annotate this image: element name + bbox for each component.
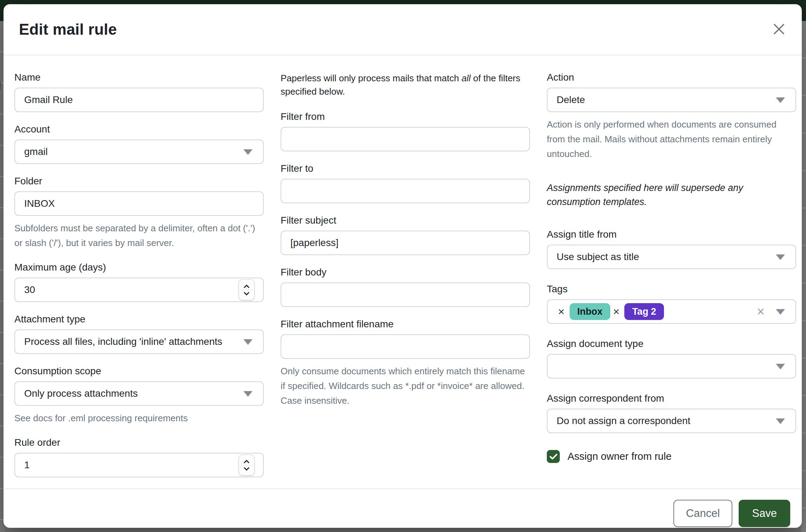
account-select[interactable]: gmail [14, 139, 264, 164]
action-select[interactable]: Delete [547, 88, 796, 112]
max-age-field-group: Maximum age (days) [14, 261, 264, 302]
folder-help-text: Subfolders must be separated by a delimi… [14, 221, 264, 250]
assign-title-from-select[interactable]: Use subject as title [547, 245, 796, 269]
modal-header: Edit mail rule [4, 4, 802, 55]
edit-mail-rule-modal: Edit mail rule Name Account gmail [4, 4, 802, 528]
chevron-down-icon [243, 391, 253, 397]
filter-attachment-filename-field-group: Filter attachment filename Only consume … [281, 318, 530, 408]
stepper-down-icon [243, 292, 250, 295]
assign-correspondent-from-select-value: Do not assign a correspondent [557, 415, 690, 427]
assign-correspondent-from-select[interactable]: Do not assign a correspondent [547, 409, 796, 433]
close-button[interactable] [772, 22, 786, 36]
stepper-up-icon [243, 460, 250, 464]
assign-document-type-field-group: Assign document type [547, 338, 796, 378]
name-label: Name [14, 71, 264, 83]
assignments-note-text: Assignments specified here will supersed… [547, 181, 796, 209]
assign-document-type-label: Assign document type [547, 338, 796, 350]
close-icon [772, 22, 786, 36]
save-button[interactable]: Save [739, 500, 790, 527]
chevron-down-icon [776, 418, 785, 424]
rule-order-stepper[interactable] [239, 455, 255, 476]
clear-tags-icon[interactable]: × [757, 305, 765, 318]
filter-to-label: Filter to [281, 163, 530, 175]
background-page-right-edge [801, 21, 806, 532]
filter-body-input[interactable] [281, 282, 530, 307]
action-select-value: Delete [557, 94, 585, 105]
max-age-stepper[interactable] [239, 279, 255, 300]
tags-field-group: Tags × Inbox × Tag 2 × [547, 283, 796, 324]
modal-body: Name Account gmail Folder Subfolders mus… [4, 55, 802, 489]
assign-correspondent-from-label: Assign correspondent from [547, 393, 796, 404]
filter-from-field-group: Filter from [281, 111, 530, 151]
action-label: Action [547, 71, 796, 83]
assign-correspondent-from-field-group: Assign correspondent from Do not assign … [547, 393, 796, 433]
action-field-group: Action Delete Action is only performed w… [547, 71, 796, 161]
filter-body-label: Filter body [281, 266, 530, 278]
rule-order-field-group: Rule order [14, 437, 264, 477]
filters-intro-text: Paperless will only process mails that m… [281, 71, 530, 98]
chevron-down-icon [776, 364, 785, 369]
cancel-button[interactable]: Cancel [673, 500, 733, 527]
action-help-text: Action is only performed when documents … [547, 117, 796, 161]
assign-owner-label: Assign owner from rule [567, 451, 672, 462]
modal-title: Edit mail rule [19, 21, 117, 38]
folder-field-group: Folder Subfolders must be separated by a… [14, 175, 264, 250]
max-age-input[interactable] [14, 278, 264, 302]
assign-title-from-select-value: Use subject as title [557, 251, 639, 262]
intro-italic-word: all [462, 73, 471, 83]
account-label: Account [14, 123, 264, 135]
tag-badge-inbox[interactable]: Inbox [570, 303, 610, 320]
column-actions: Action Delete Action is only performed w… [547, 71, 796, 489]
filter-attachment-filename-input[interactable] [281, 334, 530, 359]
attachment-type-field-group: Attachment type Process all files, inclu… [14, 313, 264, 354]
attachment-type-select[interactable]: Process all files, including 'inline' at… [14, 329, 264, 354]
consumption-scope-help-text: See docs for .eml processing requirement… [14, 411, 264, 425]
remove-tag-icon[interactable]: × [613, 306, 620, 317]
background-clipped-text: d [0, 80, 1, 92]
account-field-group: Account gmail [14, 123, 264, 164]
consumption-scope-label: Consumption scope [14, 365, 264, 377]
folder-label: Folder [14, 175, 264, 187]
chevron-down-icon [776, 309, 785, 315]
rule-order-label: Rule order [14, 437, 264, 449]
attachment-type-select-value: Process all files, including 'inline' at… [24, 336, 222, 347]
filter-to-input[interactable] [281, 179, 530, 203]
assign-document-type-select[interactable] [547, 354, 796, 378]
rule-order-input[interactable] [14, 453, 264, 477]
assign-owner-checkbox[interactable] [547, 450, 560, 463]
column-filters: Paperless will only process mails that m… [281, 71, 530, 489]
remove-tag-icon[interactable]: × [558, 306, 565, 317]
tag-badge-tag2[interactable]: Tag 2 [624, 303, 664, 320]
consumption-scope-select-value: Only process attachments [24, 388, 138, 399]
name-input[interactable] [14, 88, 264, 112]
chevron-down-icon [776, 254, 785, 260]
tags-label: Tags [547, 283, 796, 295]
checkmark-icon [550, 453, 557, 460]
consumption-scope-select[interactable]: Only process attachments [14, 381, 264, 406]
assign-title-from-label: Assign title from [547, 229, 796, 240]
filter-body-field-group: Filter body [281, 266, 530, 307]
filter-from-input[interactable] [281, 127, 530, 151]
assign-owner-checkbox-row[interactable]: Assign owner from rule [547, 450, 796, 463]
name-field-group: Name [14, 71, 264, 112]
filter-to-field-group: Filter to [281, 163, 530, 203]
assign-title-from-field-group: Assign title from Use subject as title [547, 229, 796, 269]
stepper-up-icon [243, 285, 250, 288]
chevron-down-icon [243, 149, 253, 155]
consumption-scope-field-group: Consumption scope Only process attachmen… [14, 365, 264, 425]
filter-subject-input[interactable] [281, 231, 530, 255]
attachment-type-label: Attachment type [14, 313, 264, 325]
stepper-down-icon [243, 467, 250, 471]
filter-from-label: Filter from [281, 111, 530, 123]
filter-subject-field-group: Filter subject [281, 214, 530, 255]
tags-multiselect[interactable]: × Inbox × Tag 2 × [547, 299, 796, 324]
account-select-value: gmail [24, 146, 48, 157]
max-age-label: Maximum age (days) [14, 261, 264, 273]
modal-footer: Cancel Save [4, 489, 802, 532]
filter-subject-label: Filter subject [281, 214, 530, 226]
filter-attachment-filename-label: Filter attachment filename [281, 318, 530, 330]
chevron-down-icon [243, 339, 253, 345]
filter-attachment-filename-help-text: Only consume documents which entirely ma… [281, 364, 530, 408]
folder-input[interactable] [14, 191, 264, 216]
chevron-down-icon [776, 97, 785, 103]
